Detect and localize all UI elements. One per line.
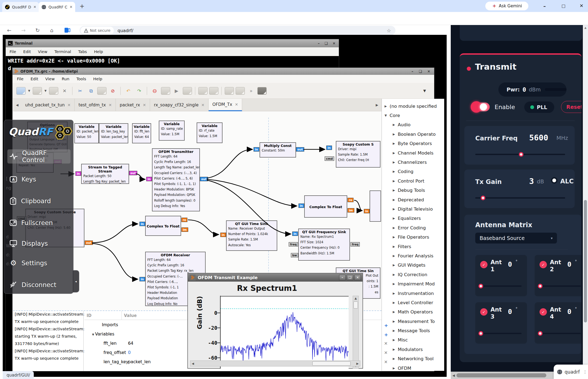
terminal-close-icon[interactable]: ✕ xyxy=(333,41,336,45)
tab-close-icon[interactable]: ✕ xyxy=(69,5,72,9)
antenna-card[interactable]: ✓ Ant2 0 ° xyxy=(535,255,581,296)
window-close-button[interactable]: ✕ xyxy=(580,3,583,8)
remove-icon[interactable]: ✕ xyxy=(384,350,388,355)
popup-restore-button[interactable]: ❏ xyxy=(347,275,353,280)
antenna-knob[interactable] xyxy=(538,331,543,336)
terminal-menu-item[interactable]: Tabs xyxy=(78,50,87,54)
copy-icon[interactable]: ⧉ xyxy=(86,87,96,95)
var-id[interactable]: len_tag_key xyxy=(103,359,129,364)
tab-scroll-right-icon[interactable]: ▶ xyxy=(372,99,382,111)
library-category[interactable]: ▶Debug Tools xyxy=(393,186,444,195)
close-doc-icon[interactable]: ✕ xyxy=(60,87,69,95)
window-minimize-button[interactable]: – xyxy=(543,3,546,9)
remove-icon[interactable]: ✕ xyxy=(384,341,388,346)
paste-icon[interactable] xyxy=(97,87,106,95)
vscroll-thumb[interactable] xyxy=(584,200,587,322)
bookmark-star-icon[interactable]: ☆ xyxy=(387,28,391,33)
library-category[interactable]: ▶GUI Widgets xyxy=(393,261,444,270)
antenna-knob[interactable] xyxy=(538,284,543,288)
new-tab-button[interactable]: + xyxy=(80,3,84,10)
var-value[interactable]: packet_len xyxy=(128,359,151,364)
cut-icon[interactable]: ✂ xyxy=(75,87,85,95)
doc-tab-active[interactable]: OFDM_Tx✕ xyxy=(209,99,242,111)
reset-button[interactable]: Reset xyxy=(561,101,581,113)
sidebar-item-fullscreen[interactable]: Fullscreen xyxy=(7,216,71,230)
doc-tab[interactable]: uhd_packet_tx_tun✕ xyxy=(21,99,75,111)
library-category[interactable]: ▶Error Coding xyxy=(393,223,444,232)
library-category[interactable]: ▶File Operators xyxy=(393,232,444,242)
toggle-knob[interactable] xyxy=(480,103,487,110)
library-category[interactable]: ▶Measurement To xyxy=(393,317,444,326)
carrier-freq-knob[interactable] xyxy=(519,152,523,157)
vars-imports-row[interactable]: Imports xyxy=(102,322,118,327)
library-category[interactable]: ▶Coding xyxy=(393,167,444,176)
library-category[interactable]: ▶Networking Tool xyxy=(393,354,444,363)
tab-scroll-left-icon[interactable]: ◀ xyxy=(13,99,21,111)
open-icon[interactable] xyxy=(33,87,42,95)
scroll-left-icon[interactable]: ◀ xyxy=(190,362,195,365)
toolbar-icon[interactable] xyxy=(209,87,218,95)
toolbar-icon[interactable] xyxy=(236,87,245,95)
delete-icon[interactable]: ⊘ xyxy=(108,87,117,95)
tab-close-icon[interactable]: ✕ xyxy=(33,5,36,9)
antenna-knob[interactable] xyxy=(479,331,483,336)
reload-icon[interactable]: ↻ xyxy=(35,27,40,33)
fast-forward-icon[interactable]: » xyxy=(246,87,256,95)
vscroll-thumb[interactable] xyxy=(354,301,358,309)
sidebar-item-quadrf-control[interactable]: QuadRF Control xyxy=(7,149,71,164)
library-category[interactable]: ▶Modulators xyxy=(393,345,444,354)
library-core-item[interactable]: ▼Core xyxy=(385,111,444,120)
popup-close-button[interactable]: ✕ xyxy=(354,275,361,280)
antenna-card[interactable]: ✓ Ant3 0 ° xyxy=(475,302,527,344)
kill-icon[interactable] xyxy=(183,87,192,95)
library-category[interactable]: ▶Misc xyxy=(393,335,444,345)
toolbar-icon[interactable] xyxy=(198,87,208,95)
grc-menu-item[interactable]: File xyxy=(17,77,23,81)
grc-close-icon[interactable]: ✕ xyxy=(427,69,430,73)
save-icon[interactable] xyxy=(49,87,58,95)
library-category[interactable]: ▶Byte Operators xyxy=(393,139,444,148)
library-category[interactable]: ▶Audio xyxy=(393,120,444,130)
toolbar-icon[interactable] xyxy=(225,87,234,95)
hscroll-thumb[interactable] xyxy=(312,361,351,366)
doc-tab[interactable]: rx_soapy_cf32_single✕ xyxy=(150,99,209,111)
scroll-up-icon[interactable]: ▲ xyxy=(583,25,588,29)
popup-hscrollbar[interactable]: ◀ ▶ xyxy=(190,360,360,366)
antenna-slider[interactable] xyxy=(540,285,581,287)
library-category[interactable]: ▶Impairment Mod xyxy=(393,279,444,288)
window-maximize-button[interactable]: □ xyxy=(562,4,565,8)
antenna-slider[interactable] xyxy=(540,333,581,334)
sidebar-item-displays[interactable]: Displays xyxy=(7,236,71,251)
var-value[interactable]: 64 xyxy=(128,341,133,346)
alc-radio[interactable] xyxy=(551,177,557,184)
popup-titlebar[interactable]: OFDM Transmit Example – ❏ ✕ xyxy=(188,273,362,282)
sidebar-item-disconnect[interactable]: Disconnect xyxy=(7,278,71,292)
browser-tab-2[interactable]: QuadRF C ✕ xyxy=(39,2,75,12)
library-category[interactable]: ▶OFDM xyxy=(393,363,444,371)
address-bar[interactable]: Not secure quadrf/ ☆ xyxy=(80,26,395,35)
toolbar-overflow-icon[interactable]: ▼ xyxy=(420,87,429,95)
scroll-left-icon[interactable]: ◀ xyxy=(451,374,456,377)
antenna-knob[interactable] xyxy=(479,284,483,288)
open-dropdown-icon[interactable]: ▼ xyxy=(44,87,47,95)
antenna-card[interactable]: ✓ Ant4 0 ° xyxy=(535,302,581,344)
library-root-item[interactable]: ▶(no module specified xyxy=(385,101,444,111)
library-category[interactable]: ▶Deprecated xyxy=(393,195,444,204)
sidebar-item-clipboard[interactable]: Clipboard xyxy=(7,194,71,208)
antenna-slider[interactable] xyxy=(480,333,522,334)
terminal-menu-item[interactable]: Edit xyxy=(23,50,31,54)
check-icon[interactable]: ✓ xyxy=(480,261,488,268)
library-category[interactable]: ▶Channel Models xyxy=(393,148,444,158)
library-category[interactable]: ▶Math Operators xyxy=(393,307,444,317)
toolbar-icon-dark[interactable] xyxy=(257,87,267,95)
sidebar-item-settings[interactable]: ⚙ Settings xyxy=(7,256,71,270)
new-flowgraph-icon[interactable] xyxy=(16,87,26,95)
plot-area[interactable] xyxy=(221,296,349,369)
source-dropdown[interactable]: Baseband Source ▾ xyxy=(475,233,557,244)
library-category[interactable]: ▶Instrumentation xyxy=(393,289,444,298)
vars-variables-row[interactable]: ▼ Variables xyxy=(92,332,114,337)
add-variable-icon[interactable]: ＋ xyxy=(383,331,389,338)
library-category[interactable]: ▶Filters xyxy=(393,242,444,251)
grc-menu-item[interactable]: Help xyxy=(93,77,102,81)
var-id[interactable]: freq_offset xyxy=(103,350,126,355)
